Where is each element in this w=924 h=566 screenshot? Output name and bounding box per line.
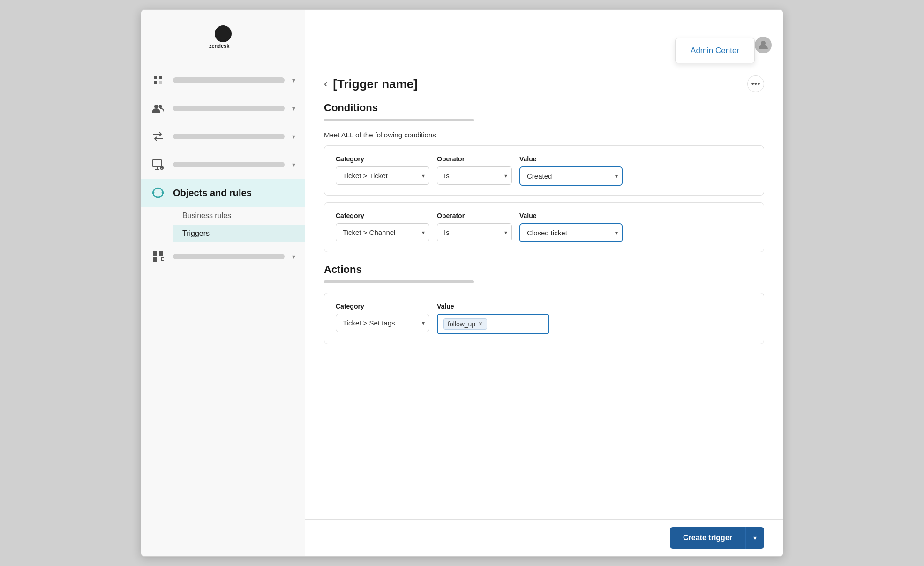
category-group-2: Category Ticket > Channel ▾ — [336, 212, 429, 241]
action-value-label: Value — [437, 302, 549, 310]
operator-label-2: Operator — [437, 212, 512, 219]
svg-point-19 — [761, 41, 766, 45]
sidebar-item-monitor[interactable]: + ▾ — [141, 151, 305, 179]
monitor-icon: + — [150, 157, 165, 172]
svg-rect-4 — [159, 81, 162, 84]
svg-point-6 — [159, 105, 162, 108]
tags-input-field[interactable]: follow_up ✕ — [437, 314, 549, 334]
sidebar-subitem-triggers[interactable]: Triggers — [173, 225, 305, 242]
svg-text:+: + — [161, 167, 163, 170]
tag-label: follow_up — [448, 320, 475, 328]
objects-rules-label: Objects and rules — [173, 188, 252, 198]
actions-section: Actions Category Ticket > Set tags ▾ — [324, 264, 764, 344]
value-select-1[interactable]: Created — [519, 166, 623, 186]
topbar: Admin Center — [305, 10, 783, 61]
chevron-icon: ▾ — [292, 161, 295, 168]
admin-center-link[interactable]: Admin Center — [691, 46, 739, 55]
chevron-icon: ▾ — [292, 253, 295, 260]
svg-rect-1 — [154, 76, 157, 79]
nav-sub-items: Business rules Triggers — [141, 207, 305, 242]
create-trigger-dropdown-button[interactable]: ▾ — [745, 527, 764, 549]
people-icon — [150, 101, 165, 116]
value-group-1: Value Created ▾ — [519, 155, 623, 186]
arrows-icon — [150, 129, 165, 144]
footer-bar: Create trigger ▾ — [305, 519, 783, 556]
svg-point-5 — [154, 105, 158, 108]
svg-rect-3 — [154, 81, 157, 84]
svg-rect-14 — [153, 257, 157, 262]
svg-rect-13 — [159, 251, 163, 256]
content-area: ‹ [Trigger name] ••• Conditions Meet ALL… — [305, 61, 783, 519]
conditions-meet-label: Meet ALL of the following conditions — [324, 131, 764, 139]
value-group-2: Value Closed ticket ▾ — [519, 212, 623, 242]
category-select-wrapper-1: Ticket > Ticket ▾ — [336, 166, 429, 185]
action-category-wrapper: Ticket > Set tags ▾ — [336, 314, 429, 332]
page-title: [Trigger name] — [333, 77, 418, 91]
sidebar-item-apps[interactable]: ▾ — [141, 242, 305, 271]
category-label-1: Category — [336, 155, 429, 163]
value-select-wrapper-1: Created ▾ — [519, 166, 623, 186]
operator-select-1[interactable]: Is — [437, 166, 512, 185]
action-value-group: Value follow_up ✕ — [437, 302, 549, 334]
operator-select-wrapper-2: Is ▾ — [437, 223, 512, 241]
objects-rules-icon — [150, 185, 165, 200]
avatar-icon — [758, 40, 768, 50]
sidebar-item-objects-rules[interactable]: Objects and rules — [141, 179, 305, 207]
chevron-icon: ▾ — [292, 133, 295, 140]
conditions-bar — [324, 119, 474, 121]
action-category-select[interactable]: Ticket > Set tags — [336, 314, 429, 332]
create-trigger-button[interactable]: Create trigger — [670, 527, 745, 549]
category-select-2[interactable]: Ticket > Channel — [336, 223, 429, 241]
conditions-section: Conditions Meet ALL of the following con… — [324, 102, 764, 252]
chevron-icon: ▾ — [292, 105, 295, 112]
logo-area: zendesk — [141, 10, 305, 61]
page-header: ‹ [Trigger name] ••• — [324, 75, 764, 92]
svg-rect-2 — [159, 76, 162, 79]
svg-rect-7 — [152, 160, 162, 166]
category-label-2: Category — [336, 212, 429, 219]
main-content: Admin Center ‹ [Trigger name] ••• — [305, 10, 783, 556]
admin-center-dropdown: Admin Center — [675, 38, 755, 63]
condition-row-2: Category Ticket > Channel ▾ Operator — [324, 202, 764, 252]
action-row-1: Category Ticket > Set tags ▾ Value — [324, 293, 764, 344]
category-select-1[interactable]: Ticket > Ticket — [336, 166, 429, 185]
nav-label-bar — [173, 106, 285, 111]
user-avatar[interactable] — [755, 37, 772, 53]
more-options-button[interactable]: ••• — [747, 75, 764, 92]
operator-group-2: Operator Is ▾ — [437, 212, 512, 241]
operator-select-2[interactable]: Is — [437, 223, 512, 241]
tag-chip-follow-up: follow_up ✕ — [443, 318, 487, 330]
action-category-group: Category Ticket > Set tags ▾ — [336, 302, 429, 332]
category-group-1: Category Ticket > Ticket ▾ — [336, 155, 429, 185]
sidebar-nav: ▾ ▾ ▾ + — [141, 61, 305, 556]
value-label-2: Value — [519, 212, 623, 219]
actions-title: Actions — [324, 264, 764, 276]
nav-label-bar — [173, 254, 285, 259]
value-select-wrapper-2: Closed ticket ▾ — [519, 223, 623, 242]
back-button[interactable]: ‹ — [324, 78, 327, 90]
category-select-wrapper-2: Ticket > Channel ▾ — [336, 223, 429, 241]
condition-row-1: Category Ticket > Ticket ▾ Operator — [324, 145, 764, 196]
nav-label-bar — [173, 77, 285, 83]
chevron-icon: ▾ — [292, 76, 295, 84]
nav-label-bar — [173, 162, 285, 167]
sidebar: zendesk ▾ ▾ — [141, 10, 305, 556]
nav-label-bar — [173, 134, 285, 139]
operator-select-wrapper-1: Is ▾ — [437, 166, 512, 185]
sidebar-item-buildings[interactable]: ▾ — [141, 66, 305, 94]
svg-rect-12 — [153, 251, 157, 256]
tag-remove-button[interactable]: ✕ — [478, 321, 483, 327]
sidebar-subitem-business-rules[interactable]: Business rules — [173, 207, 305, 225]
operator-label-1: Operator — [437, 155, 512, 163]
actions-bar — [324, 280, 474, 283]
action-category-label: Category — [336, 302, 429, 310]
sidebar-item-people[interactable]: ▾ — [141, 94, 305, 122]
value-label-1: Value — [519, 155, 623, 163]
sidebar-item-arrows[interactable]: ▾ — [141, 122, 305, 151]
operator-group-1: Operator Is ▾ — [437, 155, 512, 185]
value-select-2[interactable]: Closed ticket — [519, 223, 623, 242]
apps-icon — [150, 249, 165, 264]
zendesk-logo: zendesk — [204, 22, 242, 50]
conditions-title: Conditions — [324, 102, 764, 114]
svg-text:zendesk: zendesk — [209, 43, 230, 49]
